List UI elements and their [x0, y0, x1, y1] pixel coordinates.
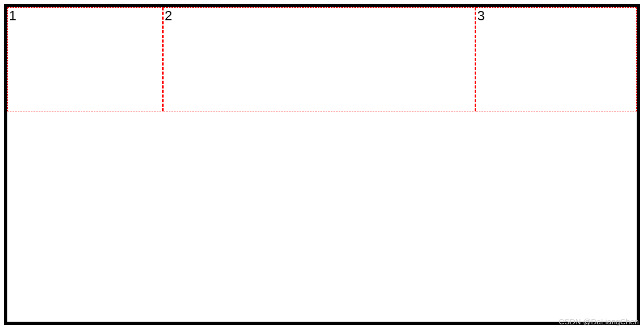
grid-cell-2: 2: [164, 7, 476, 111]
grid-container: 1 2 3: [4, 4, 640, 325]
grid-cell-1: 1: [7, 7, 164, 111]
cell-label-1: 1: [9, 9, 16, 22]
cell-label-2: 2: [165, 9, 172, 22]
grid-cell-3: 3: [476, 7, 637, 111]
grid-row: 1 2 3: [7, 7, 637, 111]
cell-label-3: 3: [477, 9, 485, 22]
